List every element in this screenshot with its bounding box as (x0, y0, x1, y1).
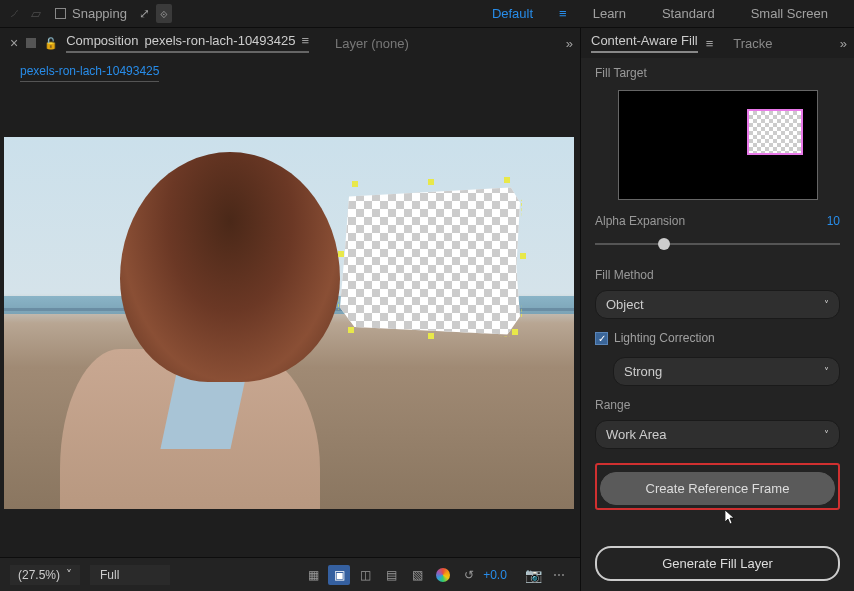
resolution-value: Full (100, 568, 119, 582)
mask-handle[interactable] (348, 327, 354, 333)
lighting-correction-checkbox[interactable]: ✓ Lighting Correction (595, 331, 840, 345)
lighting-correction-label: Lighting Correction (614, 331, 715, 345)
channel-icon[interactable]: ▧ (406, 565, 428, 585)
panel-expand-icon[interactable]: » (566, 36, 570, 51)
panel-expand-icon[interactable]: » (840, 36, 844, 51)
composition-label: Composition (66, 33, 138, 48)
alpha-expansion-slider[interactable] (595, 236, 840, 252)
tab-tracker[interactable]: Tracke (733, 36, 772, 51)
workspace-standard[interactable]: Standard (644, 0, 733, 27)
snap-target-icon[interactable]: ⟐ (156, 4, 172, 23)
composition-menu-icon[interactable]: ≡ (302, 33, 310, 48)
range-value: Work Area (606, 427, 666, 442)
tool-icon-2[interactable]: ▱ (31, 6, 41, 21)
snap-expand-icon[interactable]: ⤢ (139, 6, 150, 21)
mask-handle[interactable] (428, 333, 434, 339)
grid-guide-icon[interactable]: ▤ (380, 565, 402, 585)
mask-handle[interactable] (338, 251, 344, 257)
highlight-annotation: Create Reference Frame (595, 463, 840, 510)
region-of-interest-icon[interactable]: ◫ (354, 565, 376, 585)
alpha-expansion-label: Alpha Expansion (595, 214, 685, 228)
layer-label: Layer (335, 36, 368, 51)
snapping-toggle[interactable]: Snapping (55, 6, 127, 21)
toggle-mask-icon[interactable]: ▣ (328, 565, 350, 585)
workspace-small-screen[interactable]: Small Screen (733, 0, 846, 27)
fill-method-value: Object (606, 297, 644, 312)
mask-handle[interactable] (520, 253, 526, 259)
tool-icon-1[interactable]: ⟋ (8, 6, 21, 21)
color-management-icon[interactable] (432, 565, 454, 585)
mask-handle[interactable] (428, 179, 434, 185)
close-icon[interactable]: × (10, 35, 18, 51)
snapshot-icon[interactable]: 📷 (522, 565, 544, 585)
chevron-down-icon: ˅ (824, 299, 829, 310)
range-dropdown[interactable]: Work Area ˅ (595, 420, 840, 449)
zoom-dropdown[interactable]: (27.5%) ˅ (10, 565, 80, 585)
range-label: Range (595, 398, 840, 412)
viewer-footer: (27.5%) ˅ Full ▦ ▣ ◫ ▤ ▧ ↺ +0.0 📷 ⋯ (0, 557, 580, 591)
content-aware-fill-panel: Content-Aware Fill ≡ Tracke » Fill Targe… (580, 28, 854, 591)
right-panel-header: Content-Aware Fill ≡ Tracke » (581, 28, 854, 58)
lighting-strength-value: Strong (624, 364, 662, 379)
unlock-icon[interactable]: 🔓 (44, 37, 58, 50)
panel-menu-icon[interactable]: ≡ (706, 36, 714, 51)
composition-panel: × 🔓 Composition pexels-ron-lach-10493425… (0, 28, 580, 591)
workspace-menu-icon[interactable]: ≡ (551, 6, 575, 21)
breadcrumb-item[interactable]: pexels-ron-lach-10493425 (20, 64, 159, 82)
workspace-default[interactable]: Default (474, 0, 551, 27)
layer-value: (none) (371, 36, 409, 51)
breadcrumb-bar: pexels-ron-lach-10493425 (0, 58, 580, 88)
top-toolbar: ⟋ ▱ Snapping ⤢ ⟐ Default ≡ Learn Standar… (0, 0, 854, 28)
fill-target-mask (747, 109, 803, 155)
workspace-learn[interactable]: Learn (575, 0, 644, 27)
composition-name: pexels-ron-lach-10493425 (144, 33, 295, 48)
chevron-down-icon: ˅ (824, 429, 829, 440)
mask-outline[interactable] (338, 183, 522, 337)
mask-handle[interactable] (504, 177, 510, 183)
create-reference-frame-button[interactable]: Create Reference Frame (600, 472, 835, 505)
tab-content-aware-fill[interactable]: Content-Aware Fill (591, 33, 698, 53)
generate-fill-layer-button[interactable]: Generate Fill Layer (595, 546, 840, 581)
workspace-tabs: Default ≡ Learn Standard Small Screen (474, 0, 846, 27)
fill-target-preview (618, 90, 818, 200)
tool-icons-group: ⟋ ▱ (8, 6, 41, 21)
mask-handle[interactable] (352, 181, 358, 187)
fill-method-dropdown[interactable]: Object ˅ (595, 290, 840, 319)
composition-viewport[interactable] (0, 88, 580, 557)
lighting-strength-dropdown[interactable]: Strong ˅ (613, 357, 840, 386)
toggle-transparency-icon[interactable]: ▦ (302, 565, 324, 585)
comp-color-swatch[interactable] (26, 38, 36, 48)
exposure-value[interactable]: +0.0 (484, 565, 506, 585)
preview-image (4, 137, 574, 509)
alpha-expansion-value[interactable]: 10 (827, 214, 840, 228)
fill-method-label: Fill Method (595, 268, 840, 282)
mask-handle[interactable] (512, 329, 518, 335)
cursor-icon (725, 510, 737, 526)
checkbox-checked-icon: ✓ (595, 332, 608, 345)
snapping-checkbox-icon (55, 8, 66, 19)
resolution-dropdown[interactable]: Full (90, 565, 170, 585)
fill-target-label: Fill Target (595, 66, 840, 80)
composition-header: × 🔓 Composition pexels-ron-lach-10493425… (0, 28, 580, 58)
reset-exposure-icon[interactable]: ↺ (458, 565, 480, 585)
chevron-down-icon: ˅ (66, 568, 72, 582)
viewer-menu-icon[interactable]: ⋯ (548, 565, 570, 585)
snapping-label: Snapping (72, 6, 127, 21)
zoom-value: (27.5%) (18, 568, 60, 582)
chevron-down-icon: ˅ (824, 366, 829, 377)
slider-thumb[interactable] (658, 238, 670, 250)
